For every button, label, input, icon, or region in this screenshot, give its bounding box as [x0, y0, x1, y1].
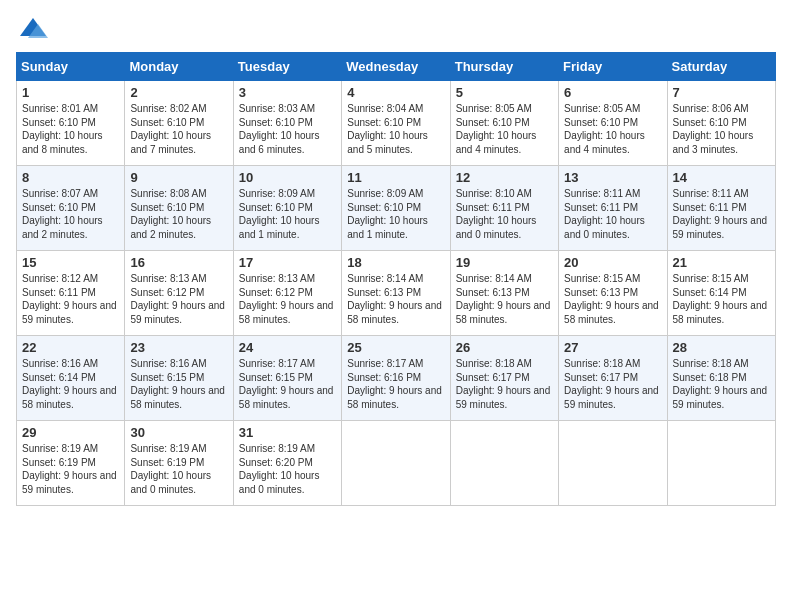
header-cell-friday: Friday	[559, 53, 667, 81]
cell-content: Sunrise: 8:19 AM Sunset: 6:19 PM Dayligh…	[22, 442, 119, 496]
cell-content: Sunrise: 8:05 AM Sunset: 6:10 PM Dayligh…	[456, 102, 553, 156]
day-number: 11	[347, 170, 444, 185]
calendar-cell: 3 Sunrise: 8:03 AM Sunset: 6:10 PM Dayli…	[233, 81, 341, 166]
calendar-week-3: 15 Sunrise: 8:12 AM Sunset: 6:11 PM Dayl…	[17, 251, 776, 336]
calendar-cell: 16 Sunrise: 8:13 AM Sunset: 6:12 PM Dayl…	[125, 251, 233, 336]
day-number: 20	[564, 255, 661, 270]
calendar-cell: 15 Sunrise: 8:12 AM Sunset: 6:11 PM Dayl…	[17, 251, 125, 336]
calendar-cell: 20 Sunrise: 8:15 AM Sunset: 6:13 PM Dayl…	[559, 251, 667, 336]
cell-content: Sunrise: 8:17 AM Sunset: 6:16 PM Dayligh…	[347, 357, 444, 411]
calendar-cell	[559, 421, 667, 506]
cell-content: Sunrise: 8:19 AM Sunset: 6:20 PM Dayligh…	[239, 442, 336, 496]
cell-content: Sunrise: 8:15 AM Sunset: 6:14 PM Dayligh…	[673, 272, 770, 326]
calendar-cell: 5 Sunrise: 8:05 AM Sunset: 6:10 PM Dayli…	[450, 81, 558, 166]
calendar-cell	[342, 421, 450, 506]
calendar-week-4: 22 Sunrise: 8:16 AM Sunset: 6:14 PM Dayl…	[17, 336, 776, 421]
calendar-cell: 14 Sunrise: 8:11 AM Sunset: 6:11 PM Dayl…	[667, 166, 775, 251]
day-number: 9	[130, 170, 227, 185]
day-number: 21	[673, 255, 770, 270]
calendar-cell	[667, 421, 775, 506]
day-number: 30	[130, 425, 227, 440]
day-number: 12	[456, 170, 553, 185]
calendar-cell: 26 Sunrise: 8:18 AM Sunset: 6:17 PM Dayl…	[450, 336, 558, 421]
cell-content: Sunrise: 8:18 AM Sunset: 6:18 PM Dayligh…	[673, 357, 770, 411]
day-number: 1	[22, 85, 119, 100]
day-number: 25	[347, 340, 444, 355]
calendar-cell: 18 Sunrise: 8:14 AM Sunset: 6:13 PM Dayl…	[342, 251, 450, 336]
cell-content: Sunrise: 8:16 AM Sunset: 6:14 PM Dayligh…	[22, 357, 119, 411]
page-header	[16, 16, 776, 40]
calendar-cell: 25 Sunrise: 8:17 AM Sunset: 6:16 PM Dayl…	[342, 336, 450, 421]
calendar-week-1: 1 Sunrise: 8:01 AM Sunset: 6:10 PM Dayli…	[17, 81, 776, 166]
calendar-body: 1 Sunrise: 8:01 AM Sunset: 6:10 PM Dayli…	[17, 81, 776, 506]
cell-content: Sunrise: 8:11 AM Sunset: 6:11 PM Dayligh…	[564, 187, 661, 241]
calendar-cell: 10 Sunrise: 8:09 AM Sunset: 6:10 PM Dayl…	[233, 166, 341, 251]
calendar-cell: 9 Sunrise: 8:08 AM Sunset: 6:10 PM Dayli…	[125, 166, 233, 251]
calendar-cell: 23 Sunrise: 8:16 AM Sunset: 6:15 PM Dayl…	[125, 336, 233, 421]
calendar-cell: 27 Sunrise: 8:18 AM Sunset: 6:17 PM Dayl…	[559, 336, 667, 421]
calendar-cell: 7 Sunrise: 8:06 AM Sunset: 6:10 PM Dayli…	[667, 81, 775, 166]
header-cell-thursday: Thursday	[450, 53, 558, 81]
day-number: 4	[347, 85, 444, 100]
cell-content: Sunrise: 8:13 AM Sunset: 6:12 PM Dayligh…	[239, 272, 336, 326]
calendar-cell: 21 Sunrise: 8:15 AM Sunset: 6:14 PM Dayl…	[667, 251, 775, 336]
cell-content: Sunrise: 8:18 AM Sunset: 6:17 PM Dayligh…	[456, 357, 553, 411]
calendar-table: SundayMondayTuesdayWednesdayThursdayFrid…	[16, 52, 776, 506]
header-cell-saturday: Saturday	[667, 53, 775, 81]
cell-content: Sunrise: 8:18 AM Sunset: 6:17 PM Dayligh…	[564, 357, 661, 411]
cell-content: Sunrise: 8:08 AM Sunset: 6:10 PM Dayligh…	[130, 187, 227, 241]
day-number: 19	[456, 255, 553, 270]
cell-content: Sunrise: 8:09 AM Sunset: 6:10 PM Dayligh…	[239, 187, 336, 241]
header-row: SundayMondayTuesdayWednesdayThursdayFrid…	[17, 53, 776, 81]
day-number: 17	[239, 255, 336, 270]
cell-content: Sunrise: 8:05 AM Sunset: 6:10 PM Dayligh…	[564, 102, 661, 156]
day-number: 8	[22, 170, 119, 185]
calendar-cell: 4 Sunrise: 8:04 AM Sunset: 6:10 PM Dayli…	[342, 81, 450, 166]
cell-content: Sunrise: 8:15 AM Sunset: 6:13 PM Dayligh…	[564, 272, 661, 326]
cell-content: Sunrise: 8:12 AM Sunset: 6:11 PM Dayligh…	[22, 272, 119, 326]
day-number: 22	[22, 340, 119, 355]
calendar-cell: 12 Sunrise: 8:10 AM Sunset: 6:11 PM Dayl…	[450, 166, 558, 251]
day-number: 7	[673, 85, 770, 100]
header-cell-monday: Monday	[125, 53, 233, 81]
calendar-cell: 17 Sunrise: 8:13 AM Sunset: 6:12 PM Dayl…	[233, 251, 341, 336]
calendar-cell: 1 Sunrise: 8:01 AM Sunset: 6:10 PM Dayli…	[17, 81, 125, 166]
calendar-cell: 6 Sunrise: 8:05 AM Sunset: 6:10 PM Dayli…	[559, 81, 667, 166]
day-number: 13	[564, 170, 661, 185]
calendar-cell: 29 Sunrise: 8:19 AM Sunset: 6:19 PM Dayl…	[17, 421, 125, 506]
calendar-cell: 19 Sunrise: 8:14 AM Sunset: 6:13 PM Dayl…	[450, 251, 558, 336]
day-number: 3	[239, 85, 336, 100]
day-number: 31	[239, 425, 336, 440]
calendar-week-2: 8 Sunrise: 8:07 AM Sunset: 6:10 PM Dayli…	[17, 166, 776, 251]
cell-content: Sunrise: 8:14 AM Sunset: 6:13 PM Dayligh…	[456, 272, 553, 326]
calendar-cell: 31 Sunrise: 8:19 AM Sunset: 6:20 PM Dayl…	[233, 421, 341, 506]
header-cell-sunday: Sunday	[17, 53, 125, 81]
logo-icon	[18, 16, 48, 40]
day-number: 6	[564, 85, 661, 100]
day-number: 14	[673, 170, 770, 185]
cell-content: Sunrise: 8:13 AM Sunset: 6:12 PM Dayligh…	[130, 272, 227, 326]
day-number: 26	[456, 340, 553, 355]
cell-content: Sunrise: 8:07 AM Sunset: 6:10 PM Dayligh…	[22, 187, 119, 241]
cell-content: Sunrise: 8:06 AM Sunset: 6:10 PM Dayligh…	[673, 102, 770, 156]
calendar-cell	[450, 421, 558, 506]
day-number: 15	[22, 255, 119, 270]
day-number: 29	[22, 425, 119, 440]
header-cell-tuesday: Tuesday	[233, 53, 341, 81]
day-number: 10	[239, 170, 336, 185]
day-number: 28	[673, 340, 770, 355]
cell-content: Sunrise: 8:19 AM Sunset: 6:19 PM Dayligh…	[130, 442, 227, 496]
day-number: 2	[130, 85, 227, 100]
day-number: 27	[564, 340, 661, 355]
day-number: 23	[130, 340, 227, 355]
day-number: 5	[456, 85, 553, 100]
calendar-cell: 30 Sunrise: 8:19 AM Sunset: 6:19 PM Dayl…	[125, 421, 233, 506]
calendar-cell: 13 Sunrise: 8:11 AM Sunset: 6:11 PM Dayl…	[559, 166, 667, 251]
calendar-cell: 11 Sunrise: 8:09 AM Sunset: 6:10 PM Dayl…	[342, 166, 450, 251]
day-number: 18	[347, 255, 444, 270]
cell-content: Sunrise: 8:11 AM Sunset: 6:11 PM Dayligh…	[673, 187, 770, 241]
calendar-header: SundayMondayTuesdayWednesdayThursdayFrid…	[17, 53, 776, 81]
header-cell-wednesday: Wednesday	[342, 53, 450, 81]
cell-content: Sunrise: 8:16 AM Sunset: 6:15 PM Dayligh…	[130, 357, 227, 411]
calendar-cell: 22 Sunrise: 8:16 AM Sunset: 6:14 PM Dayl…	[17, 336, 125, 421]
